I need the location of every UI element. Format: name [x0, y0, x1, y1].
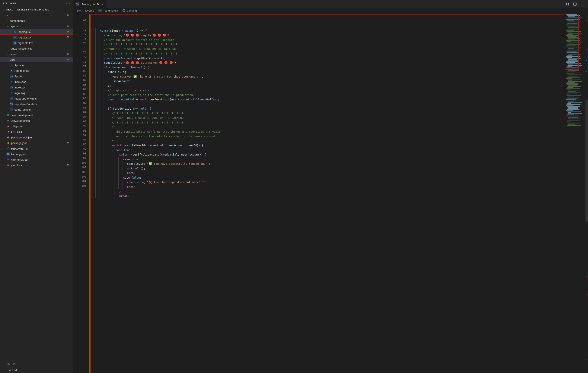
code-line[interactable]: break; [91, 194, 588, 198]
folder-item[interactable]: ›utils [0, 57, 73, 62]
code-line[interactable]: break; [91, 171, 588, 176]
code-line[interactable]: console.log("✅ You have succesfully logg… [91, 162, 588, 166]
file-item[interactable]: ›TSreact-app-env.d.ts [0, 96, 73, 101]
code-line[interactable]: // !!!!!!!!!!!!!!!!!!!!!!!!!!!!!!!!!!!!!… [91, 111, 588, 116]
file-item[interactable]: ›TSreportWebVitals.ts [0, 101, 73, 107]
file-item[interactable]: ›⚛App.test.tsx [0, 68, 73, 74]
tab-close-icon[interactable]: × [101, 2, 103, 6]
code-line[interactable]: "Get PassKey ✅ There is a match for that… [91, 74, 588, 79]
ts-file-icon: TS [10, 75, 13, 78]
code-line[interactable]: /* [91, 125, 588, 130]
timeline-panel[interactable]: › TIMELINE [0, 367, 73, 373]
tree-item-label: logo.svg [14, 91, 25, 95]
code-line[interactable]: const signIn = async () => { [91, 28, 588, 33]
timeline-label: TIMELINE [6, 369, 18, 371]
tree-item-label: tsconfig.json [11, 153, 26, 156]
breadcrumb-item[interactable]: src [77, 9, 81, 12]
code-line[interactable]: This functionality confirms that theres … [91, 130, 588, 134]
env-file-icon: ≣ [6, 113, 10, 117]
code-line[interactable]: console.log("🔴 🔴 🔴 signIn 🔴 🔴 🔴"); [91, 33, 588, 38]
code-line[interactable]: ); [91, 84, 588, 88]
more-actions-icon[interactable]: ··· [581, 2, 585, 6]
breadcrumb-item[interactable]: layouts [85, 9, 94, 12]
modified-dot-icon [67, 25, 69, 27]
code-line[interactable]: case true: [91, 148, 588, 153]
project-root-row[interactable]: ⌄ REACT-PASSKEY-SAMPLE-PROJECT [0, 7, 73, 12]
file-tree[interactable]: ⌄src›components⌄layouts›TSlanding.tsxM›T… [0, 12, 73, 361]
file-item[interactable]: ›✱yarn.lockM [0, 162, 73, 168]
split-editor-icon[interactable] [573, 2, 577, 6]
code-line[interactable]: // This part remains on the front-end in… [91, 93, 588, 98]
folder-item[interactable]: ⌄layouts [0, 23, 73, 29]
line-number: 94 [73, 133, 86, 138]
code-line[interactable]: // MARK: THIS SHOULD BE DONE ON THE BACK… [91, 47, 588, 52]
file-item[interactable]: ›TSlanding.tsxM [0, 29, 73, 35]
file-item[interactable]: ›#App.css [0, 62, 73, 68]
file-item[interactable]: ›ⓘREADME.md [0, 146, 73, 151]
code-line[interactable]: switch (verifyClientData(credential, use… [91, 152, 588, 157]
folder-item[interactable]: ›types [0, 51, 73, 57]
line-number: 85 [73, 92, 86, 96]
code-line[interactable]: case false: [91, 176, 588, 180]
code-line[interactable]: case true: [91, 157, 588, 162]
file-item[interactable]: ›TSsetupTests.ts [0, 107, 73, 112]
file-item[interactable]: ›TSregister.tsxM [0, 35, 73, 40]
code-line[interactable]: console.log("🔴 🔴 🔴 getPassKey 🔴 🔴 🔴"); [91, 60, 588, 65]
file-item[interactable]: ›≣.env.production [0, 118, 73, 123]
file-item[interactable]: ›TStsconfig.json [0, 151, 73, 157]
code-line[interactable]: const userAccount = getUserAccount(); [91, 56, 588, 61]
folder-item[interactable]: ›components [0, 18, 73, 23]
tree-item-label: App.css [14, 64, 24, 67]
code-line[interactable]: // !!!!!!!!!!!!!!!!!!!!!!!!!!!!!!!!!!!!!… [91, 42, 588, 47]
code-line[interactable]: // !!!!!!!!!!!!!!!!!!!!!!!!!!!!!!!!!!!!!… [91, 120, 588, 125]
file-item[interactable]: ›≣.env.development [0, 112, 73, 118]
code-line[interactable]: if (credential !== null) { [91, 106, 588, 111]
explorer-title: EXPLORER [2, 2, 16, 5]
vertical-scrollbar[interactable] [585, 13, 588, 373]
editor-area: TS landing.tsx M × [73, 0, 588, 373]
code-line[interactable]: break; [91, 185, 588, 189]
ts-file-icon: TS [6, 152, 10, 156]
file-item[interactable]: ›{}package.jsonM [0, 140, 73, 146]
compare-changes-icon[interactable] [565, 2, 569, 6]
code-line[interactable]: userAccount [91, 79, 588, 84]
file-item[interactable]: ›#index.css [0, 79, 73, 85]
code-line[interactable]: const credential = await performLogin(us… [91, 97, 588, 102]
chevron-right-icon: › [95, 9, 96, 12]
file-item[interactable]: ›≣yarn-error.log [0, 157, 73, 162]
file-item[interactable]: ›TSApp.tsx [0, 74, 73, 79]
code-line[interactable]: } [91, 189, 588, 194]
line-number: 84 [73, 87, 86, 92]
code-line[interactable]: switch (verifyUserId(credential, userAcc… [91, 143, 588, 148]
code-content[interactable]: const signIn = async () => {console.log(… [90, 13, 588, 373]
lock-file-icon: ✱ [6, 164, 10, 167]
code-line[interactable]: and that they match the details related … [91, 134, 588, 139]
code-line[interactable]: // MARK: THIS SHOULD BE DONE ON THE BACK… [91, 116, 588, 120]
code-line[interactable]: console.log("❌ The challenge does not ma… [91, 180, 588, 185]
code-line[interactable]: console.log( [91, 70, 588, 74]
breadcrumbs[interactable]: src › layouts › TS landing.tsx › Landing [73, 8, 588, 13]
file-item[interactable]: ›⬚logo.svg [0, 90, 73, 96]
file-item[interactable]: ›{}package-lock.json [0, 135, 73, 140]
folder-item[interactable]: ⌄src [0, 12, 73, 18]
explorer-more-icon[interactable]: ··· [66, 2, 70, 5]
code-line[interactable]: onSignIn(); [91, 166, 588, 171]
code-line[interactable]: */ [91, 139, 588, 143]
code-line[interactable]: // Login with the details. [91, 88, 588, 93]
tree-item-label: .env.development [11, 114, 33, 117]
code-line[interactable]: if (userAccount !== null) { [91, 65, 588, 70]
code-line[interactable]: // !!!!!!!!!!!!!!!!!!!!!!!!!!!!!!!!!!!!!… [91, 51, 588, 56]
breadcrumb-item[interactable]: landing.tsx [105, 9, 118, 12]
outline-panel[interactable]: › OUTLINE [0, 361, 73, 367]
file-item[interactable]: ›🎗LICENSE [0, 129, 73, 135]
code-editor[interactable]: 6970717273747576777879808182838485868788… [73, 13, 588, 373]
breadcrumb-item[interactable]: Landing [127, 9, 137, 12]
minimap[interactable] [565, 13, 585, 373]
file-item[interactable]: ›TSindex.tsx [0, 85, 73, 90]
folder-item[interactable]: ›redux-functionality [0, 46, 73, 51]
tab-landing[interactable]: TS landing.tsx M × [73, 0, 106, 8]
code-line[interactable]: // Get the account related to the userna… [91, 38, 588, 42]
file-item[interactable]: ›TSsignedIn.tsx [0, 40, 73, 46]
code-line[interactable] [91, 102, 588, 107]
file-item[interactable]: ›◆.gitignore [0, 123, 73, 129]
